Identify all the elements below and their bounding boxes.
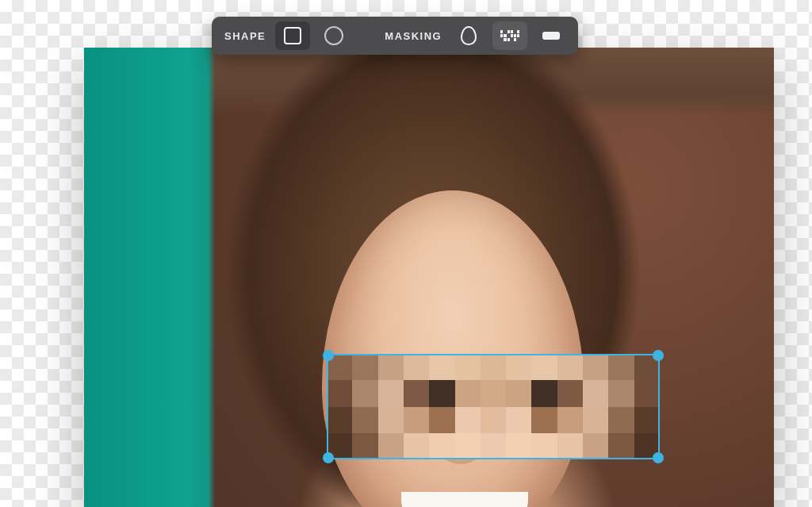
solid-mask-button[interactable] <box>534 21 569 50</box>
shape-label: SHAPE <box>224 30 266 42</box>
masking-label: MASKING <box>385 30 442 42</box>
mask-region[interactable] <box>327 354 660 459</box>
circle-icon <box>324 26 343 45</box>
resize-handle-top-right[interactable] <box>653 350 664 361</box>
solid-bar-icon <box>542 32 560 40</box>
mask-toolbar: SHAPE MASKING <box>212 17 578 55</box>
pixelate-icon <box>500 30 519 41</box>
pixelate-mask-button[interactable] <box>492 21 527 50</box>
photo-content-mouth <box>401 492 528 507</box>
rectangle-shape-button[interactable] <box>275 21 310 50</box>
selection-rectangle[interactable] <box>327 354 660 459</box>
resize-handle-bottom-right[interactable] <box>653 452 664 463</box>
resize-handle-top-left[interactable] <box>323 350 334 361</box>
rectangle-icon <box>284 27 301 44</box>
image-canvas[interactable] <box>84 48 774 507</box>
blur-mask-button[interactable] <box>451 21 486 50</box>
resize-handle-bottom-left[interactable] <box>323 452 334 463</box>
circle-shape-button[interactable] <box>316 21 351 50</box>
droplet-icon <box>461 26 477 45</box>
